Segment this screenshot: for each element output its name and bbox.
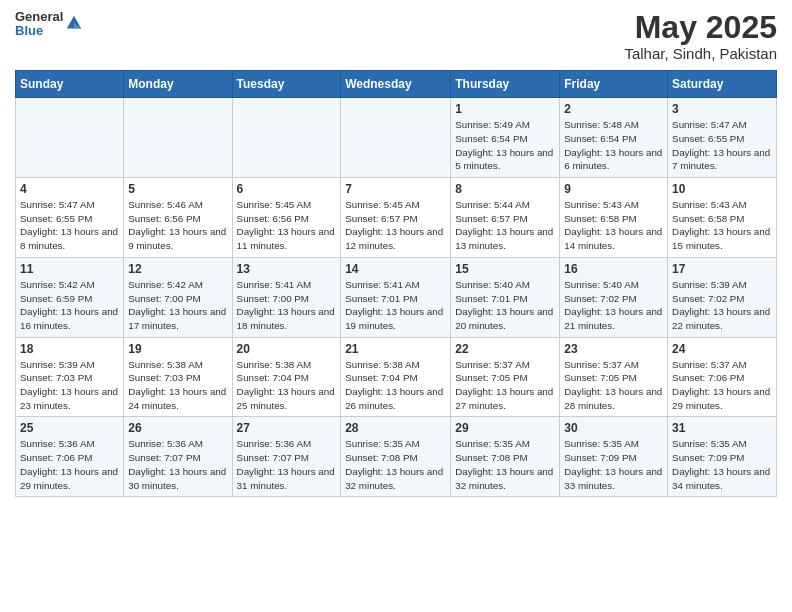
day-number: 19 [128, 342, 227, 356]
column-header-friday: Friday [560, 71, 668, 98]
calendar-cell: 27Sunrise: 5:36 AMSunset: 7:07 PMDayligh… [232, 417, 341, 497]
day-number: 8 [455, 182, 555, 196]
column-header-tuesday: Tuesday [232, 71, 341, 98]
title-block: May 2025 Talhar, Sindh, Pakistan [624, 10, 777, 62]
day-number: 10 [672, 182, 772, 196]
day-number: 2 [564, 102, 663, 116]
day-info: Sunrise: 5:42 AMSunset: 6:59 PMDaylight:… [20, 278, 119, 333]
calendar-cell: 25Sunrise: 5:36 AMSunset: 7:06 PMDayligh… [16, 417, 124, 497]
day-info: Sunrise: 5:45 AMSunset: 6:57 PMDaylight:… [345, 198, 446, 253]
day-number: 21 [345, 342, 446, 356]
day-number: 29 [455, 421, 555, 435]
day-number: 9 [564, 182, 663, 196]
day-number: 16 [564, 262, 663, 276]
column-header-saturday: Saturday [668, 71, 777, 98]
calendar-cell: 29Sunrise: 5:35 AMSunset: 7:08 PMDayligh… [451, 417, 560, 497]
day-number: 24 [672, 342, 772, 356]
logo: General Blue [15, 10, 83, 39]
logo-general-text: General [15, 10, 63, 24]
calendar-table: SundayMondayTuesdayWednesdayThursdayFrid… [15, 70, 777, 497]
day-info: Sunrise: 5:40 AMSunset: 7:01 PMDaylight:… [455, 278, 555, 333]
calendar-cell: 23Sunrise: 5:37 AMSunset: 7:05 PMDayligh… [560, 337, 668, 417]
day-number: 25 [20, 421, 119, 435]
calendar-cell [124, 98, 232, 178]
day-info: Sunrise: 5:42 AMSunset: 7:00 PMDaylight:… [128, 278, 227, 333]
logo-blue-text: Blue [15, 24, 63, 38]
calendar-cell: 4Sunrise: 5:47 AMSunset: 6:55 PMDaylight… [16, 178, 124, 258]
calendar-cell: 19Sunrise: 5:38 AMSunset: 7:03 PMDayligh… [124, 337, 232, 417]
calendar-cell: 31Sunrise: 5:35 AMSunset: 7:09 PMDayligh… [668, 417, 777, 497]
day-number: 30 [564, 421, 663, 435]
calendar-cell: 28Sunrise: 5:35 AMSunset: 7:08 PMDayligh… [341, 417, 451, 497]
week-row-3: 11Sunrise: 5:42 AMSunset: 6:59 PMDayligh… [16, 257, 777, 337]
calendar-cell: 13Sunrise: 5:41 AMSunset: 7:00 PMDayligh… [232, 257, 341, 337]
day-info: Sunrise: 5:44 AMSunset: 6:57 PMDaylight:… [455, 198, 555, 253]
calendar-cell: 12Sunrise: 5:42 AMSunset: 7:00 PMDayligh… [124, 257, 232, 337]
day-info: Sunrise: 5:39 AMSunset: 7:03 PMDaylight:… [20, 358, 119, 413]
day-number: 18 [20, 342, 119, 356]
calendar-cell: 1Sunrise: 5:49 AMSunset: 6:54 PMDaylight… [451, 98, 560, 178]
calendar-cell: 30Sunrise: 5:35 AMSunset: 7:09 PMDayligh… [560, 417, 668, 497]
day-info: Sunrise: 5:40 AMSunset: 7:02 PMDaylight:… [564, 278, 663, 333]
week-row-4: 18Sunrise: 5:39 AMSunset: 7:03 PMDayligh… [16, 337, 777, 417]
day-info: Sunrise: 5:35 AMSunset: 7:09 PMDaylight:… [564, 437, 663, 492]
day-info: Sunrise: 5:47 AMSunset: 6:55 PMDaylight:… [672, 118, 772, 173]
calendar-cell: 3Sunrise: 5:47 AMSunset: 6:55 PMDaylight… [668, 98, 777, 178]
week-row-1: 1Sunrise: 5:49 AMSunset: 6:54 PMDaylight… [16, 98, 777, 178]
day-info: Sunrise: 5:41 AMSunset: 7:00 PMDaylight:… [237, 278, 337, 333]
calendar-cell: 18Sunrise: 5:39 AMSunset: 7:03 PMDayligh… [16, 337, 124, 417]
day-info: Sunrise: 5:35 AMSunset: 7:08 PMDaylight:… [455, 437, 555, 492]
day-info: Sunrise: 5:37 AMSunset: 7:05 PMDaylight:… [564, 358, 663, 413]
page-header: General Blue May 2025 Talhar, Sindh, Pak… [15, 10, 777, 62]
day-number: 3 [672, 102, 772, 116]
day-number: 31 [672, 421, 772, 435]
day-info: Sunrise: 5:38 AMSunset: 7:04 PMDaylight:… [237, 358, 337, 413]
calendar-cell: 8Sunrise: 5:44 AMSunset: 6:57 PMDaylight… [451, 178, 560, 258]
calendar-cell: 9Sunrise: 5:43 AMSunset: 6:58 PMDaylight… [560, 178, 668, 258]
calendar-cell: 21Sunrise: 5:38 AMSunset: 7:04 PMDayligh… [341, 337, 451, 417]
day-info: Sunrise: 5:49 AMSunset: 6:54 PMDaylight:… [455, 118, 555, 173]
calendar-cell [16, 98, 124, 178]
header-row: SundayMondayTuesdayWednesdayThursdayFrid… [16, 71, 777, 98]
day-info: Sunrise: 5:45 AMSunset: 6:56 PMDaylight:… [237, 198, 337, 253]
day-info: Sunrise: 5:35 AMSunset: 7:09 PMDaylight:… [672, 437, 772, 492]
column-header-sunday: Sunday [16, 71, 124, 98]
day-info: Sunrise: 5:37 AMSunset: 7:06 PMDaylight:… [672, 358, 772, 413]
calendar-cell [232, 98, 341, 178]
column-header-wednesday: Wednesday [341, 71, 451, 98]
day-info: Sunrise: 5:43 AMSunset: 6:58 PMDaylight:… [564, 198, 663, 253]
day-number: 17 [672, 262, 772, 276]
calendar-cell: 26Sunrise: 5:36 AMSunset: 7:07 PMDayligh… [124, 417, 232, 497]
day-number: 14 [345, 262, 446, 276]
day-info: Sunrise: 5:36 AMSunset: 7:07 PMDaylight:… [128, 437, 227, 492]
day-info: Sunrise: 5:36 AMSunset: 7:06 PMDaylight:… [20, 437, 119, 492]
day-number: 26 [128, 421, 227, 435]
day-info: Sunrise: 5:36 AMSunset: 7:07 PMDaylight:… [237, 437, 337, 492]
day-number: 22 [455, 342, 555, 356]
calendar-cell [341, 98, 451, 178]
day-number: 27 [237, 421, 337, 435]
logo-icon [65, 14, 83, 32]
calendar-cell: 15Sunrise: 5:40 AMSunset: 7:01 PMDayligh… [451, 257, 560, 337]
day-info: Sunrise: 5:47 AMSunset: 6:55 PMDaylight:… [20, 198, 119, 253]
calendar-cell: 16Sunrise: 5:40 AMSunset: 7:02 PMDayligh… [560, 257, 668, 337]
day-info: Sunrise: 5:39 AMSunset: 7:02 PMDaylight:… [672, 278, 772, 333]
calendar-cell: 20Sunrise: 5:38 AMSunset: 7:04 PMDayligh… [232, 337, 341, 417]
day-number: 28 [345, 421, 446, 435]
calendar-cell: 17Sunrise: 5:39 AMSunset: 7:02 PMDayligh… [668, 257, 777, 337]
day-info: Sunrise: 5:41 AMSunset: 7:01 PMDaylight:… [345, 278, 446, 333]
page-title: May 2025 [624, 10, 777, 45]
day-info: Sunrise: 5:38 AMSunset: 7:04 PMDaylight:… [345, 358, 446, 413]
column-header-monday: Monday [124, 71, 232, 98]
calendar-cell: 2Sunrise: 5:48 AMSunset: 6:54 PMDaylight… [560, 98, 668, 178]
calendar-cell: 7Sunrise: 5:45 AMSunset: 6:57 PMDaylight… [341, 178, 451, 258]
day-number: 13 [237, 262, 337, 276]
day-number: 5 [128, 182, 227, 196]
day-number: 4 [20, 182, 119, 196]
calendar-cell: 6Sunrise: 5:45 AMSunset: 6:56 PMDaylight… [232, 178, 341, 258]
day-info: Sunrise: 5:48 AMSunset: 6:54 PMDaylight:… [564, 118, 663, 173]
day-info: Sunrise: 5:35 AMSunset: 7:08 PMDaylight:… [345, 437, 446, 492]
calendar-cell: 11Sunrise: 5:42 AMSunset: 6:59 PMDayligh… [16, 257, 124, 337]
day-number: 7 [345, 182, 446, 196]
day-info: Sunrise: 5:37 AMSunset: 7:05 PMDaylight:… [455, 358, 555, 413]
